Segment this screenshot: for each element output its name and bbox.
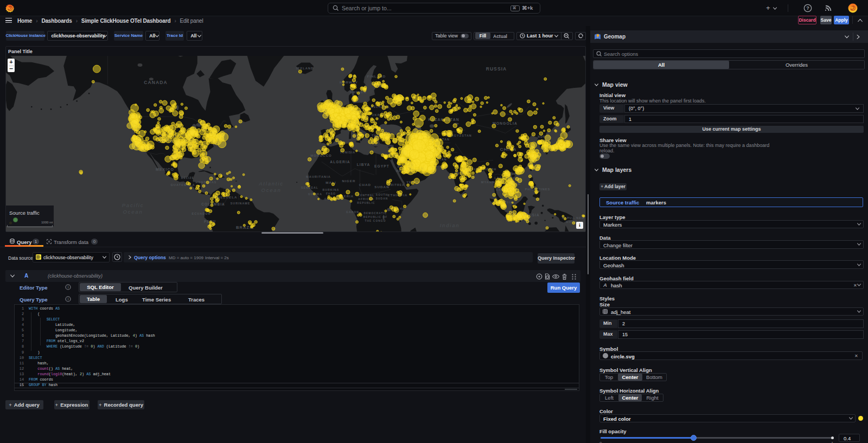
svg-text:MONGOLIA: MONGOLIA — [493, 121, 518, 125]
svg-text:MEXICO: MEXICO — [156, 168, 174, 171]
svg-text:ECUADOR: ECUADOR — [192, 212, 211, 215]
svg-text:PHILIPPINES: PHILIPPINES — [525, 188, 551, 191]
svg-text:i: i — [68, 297, 69, 301]
svg-text:RUSSIA: RUSSIA — [486, 66, 507, 72]
svg-text:NIGER: NIGER — [342, 179, 355, 183]
svg-text:THE CONGO: THE CONGO — [365, 220, 386, 222]
svg-text:Ocean: Ocean — [261, 187, 282, 193]
svg-text:Atlantic: Atlantic — [258, 181, 284, 187]
svg-text:Pacific: Pacific — [122, 202, 144, 208]
svg-text:GUATEMALA: GUATEMALA — [170, 183, 195, 187]
svg-text:i: i — [68, 285, 69, 289]
svg-text:DEMOCRATIC: DEMOCRATIC — [363, 212, 387, 215]
svg-text:ERITREA: ERITREA — [388, 183, 405, 187]
svg-text:CANADA: CANADA — [144, 80, 167, 85]
svg-text:CENTRAL: CENTRAL — [358, 194, 375, 197]
svg-text:ICELAND: ICELAND — [296, 67, 314, 70]
svg-text:ETHIOPIA: ETHIOPIA — [387, 194, 407, 197]
svg-text:MAURITANIA: MAURITANIA — [306, 175, 331, 178]
svg-text:SUDAN: SUDAN — [374, 185, 390, 189]
svg-text:BURKINA: BURKINA — [323, 188, 340, 191]
svg-text:CHAD: CHAD — [359, 183, 371, 187]
svg-text:FINLAND: FINLAND — [367, 74, 386, 78]
svg-text:ALGERIA: ALGERIA — [330, 160, 350, 164]
svg-text:SOUTH: SOUTH — [376, 194, 388, 196]
svg-text:LIBYA: LIBYA — [357, 163, 371, 166]
svg-text:SURINAME: SURINAME — [231, 202, 250, 205]
svg-text:REPUBLIC: REPUBLIC — [357, 202, 375, 204]
svg-text:BELIZE: BELIZE — [181, 176, 194, 179]
svg-text:Indian: Indian — [440, 222, 460, 228]
svg-text:GABON: GABON — [346, 210, 359, 214]
svg-text:Ocean: Ocean — [123, 209, 143, 215]
svg-text:REPUBLIC OF: REPUBLIC OF — [363, 216, 388, 219]
svg-text:SUDAN: SUDAN — [376, 197, 388, 200]
svg-text:EGYPT: EGYPT — [374, 164, 390, 168]
svg-text:FASO: FASO — [326, 192, 336, 195]
svg-text:?: ? — [806, 5, 809, 11]
